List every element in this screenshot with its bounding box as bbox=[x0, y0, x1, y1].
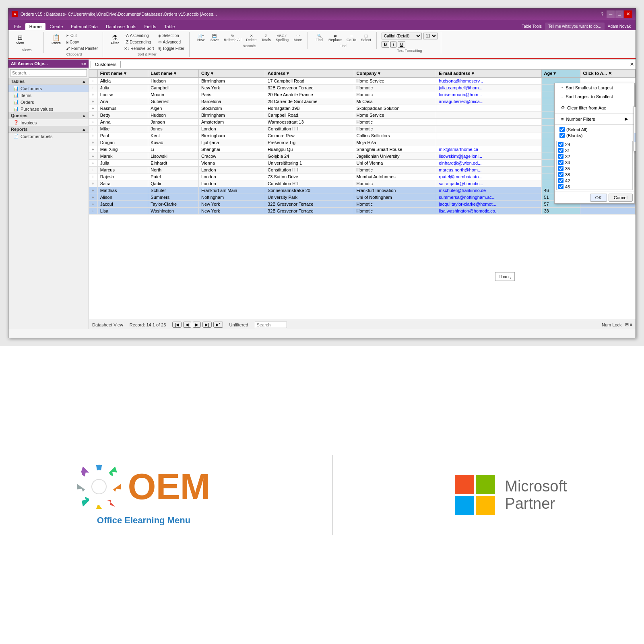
expand-cell[interactable]: + bbox=[89, 105, 98, 112]
age-value-checkbox-item[interactable]: 32 bbox=[557, 153, 632, 159]
expand-cell[interactable]: + bbox=[89, 180, 98, 187]
help-button[interactable]: ? bbox=[601, 12, 603, 17]
expand-cell[interactable]: + bbox=[89, 201, 98, 208]
delete-button[interactable]: ✕ Delete bbox=[244, 33, 259, 43]
new-record-btn[interactable]: ▶* bbox=[213, 322, 223, 328]
table-container[interactable]: First name ▾ Last name ▾ City ▾ Address … bbox=[89, 69, 636, 320]
italic-button[interactable]: I bbox=[390, 41, 396, 48]
refresh-all-button[interactable]: ↻ Refresh All bbox=[222, 33, 244, 43]
prev-record-btn[interactable]: ◀ bbox=[183, 322, 191, 328]
age-value-checkbox-item[interactable]: 35 bbox=[557, 165, 632, 171]
header-first-name[interactable]: First name ▾ bbox=[97, 70, 148, 78]
nav-section-queries[interactable]: Queries ▲ bbox=[8, 112, 89, 119]
sort-largest-item[interactable]: ↓ Sort Largest to Smallest bbox=[555, 92, 634, 101]
greater-than-item[interactable]: Greater Than... bbox=[634, 133, 636, 142]
expand-cell[interactable]: + bbox=[89, 78, 98, 85]
expand-cell[interactable]: + bbox=[89, 126, 98, 132]
filter-button[interactable]: ⚗ Filter bbox=[108, 33, 122, 52]
tab-file[interactable]: File bbox=[10, 23, 25, 30]
bold-button[interactable]: B bbox=[382, 41, 389, 48]
expand-cell[interactable]: + bbox=[89, 160, 98, 167]
header-last-name[interactable]: Last name ▾ bbox=[148, 70, 199, 78]
new-button[interactable]: 📄+ New bbox=[194, 33, 207, 43]
header-city[interactable]: City ▾ bbox=[198, 70, 265, 78]
font-family-select[interactable]: Calibri (Detail) bbox=[382, 33, 422, 39]
paste-button[interactable]: 📋 Paste bbox=[49, 33, 64, 52]
remove-sort-button[interactable]: ✕↕ Remove Sort bbox=[122, 45, 155, 52]
expand-cell[interactable]: + bbox=[89, 167, 98, 173]
nav-item-purchase-values[interactable]: 📊 Purchase values bbox=[8, 105, 89, 112]
advanced-button[interactable]: ⚙ Advanced bbox=[157, 39, 186, 45]
expand-cell[interactable]: + bbox=[89, 153, 98, 160]
nav-item-items[interactable]: 📊 Items bbox=[8, 92, 89, 99]
nav-item-customers[interactable]: 📊 Customers bbox=[8, 85, 89, 92]
ascending-button[interactable]: ↑A Ascending bbox=[122, 33, 155, 39]
close-button[interactable]: ✕ bbox=[624, 10, 632, 18]
cut-button[interactable]: ✂ Cut bbox=[64, 33, 99, 39]
nav-expand-icon[interactable]: «» bbox=[81, 61, 86, 66]
next-record-btn[interactable]: ▶ bbox=[193, 322, 201, 328]
expand-cell[interactable]: + bbox=[89, 173, 98, 180]
go-to-button[interactable]: → Go To bbox=[345, 33, 358, 43]
header-address[interactable]: Address ▾ bbox=[265, 70, 354, 78]
descending-button[interactable]: ↓Z Descending bbox=[122, 39, 155, 45]
spelling-button[interactable]: ABC✓ Spelling bbox=[274, 33, 291, 43]
tab-home[interactable]: Home bbox=[25, 23, 46, 30]
totals-button[interactable]: Σ Totals bbox=[260, 33, 273, 43]
more-button[interactable]: ⋯ More bbox=[291, 33, 304, 43]
copy-button[interactable]: ⎘ Copy bbox=[64, 39, 99, 45]
search-input[interactable] bbox=[255, 322, 287, 328]
toggle-filter-button[interactable]: ⧎ Toggle Filter bbox=[157, 45, 186, 52]
expand-cell[interactable]: + bbox=[89, 119, 98, 126]
cancel-button[interactable]: Cancel bbox=[609, 194, 633, 202]
age-value-checkbox-item[interactable]: 45 bbox=[557, 184, 632, 190]
replace-button[interactable]: ⇄ Replace bbox=[326, 33, 344, 43]
save-button[interactable]: 💾 Save bbox=[208, 33, 221, 43]
nav-item-invoices[interactable]: ❓ Invoices bbox=[8, 119, 89, 126]
expand-cell[interactable]: + bbox=[89, 194, 98, 201]
select-button[interactable]: ⬚ Select bbox=[359, 33, 373, 43]
age-value-checkbox-item[interactable]: 31 bbox=[557, 147, 632, 153]
blanks-checkbox[interactable]: (Blanks) bbox=[558, 132, 631, 138]
customers-tab[interactable]: Customers bbox=[91, 61, 121, 68]
expand-cell[interactable]: + bbox=[89, 208, 98, 215]
expand-cell[interactable]: + bbox=[89, 187, 98, 194]
minimize-button[interactable]: ─ bbox=[607, 10, 615, 18]
expand-cell[interactable]: + bbox=[89, 139, 98, 146]
first-record-btn[interactable]: |◀ bbox=[172, 322, 182, 328]
nav-item-customer-labels[interactable]: 📄 Customer labels bbox=[8, 133, 89, 140]
selection-button[interactable]: ◈ Selection bbox=[157, 33, 186, 39]
age-value-checkbox-item[interactable]: 34 bbox=[557, 159, 632, 165]
tab-table[interactable]: Table bbox=[160, 23, 179, 30]
nav-item-orders[interactable]: 📊 Orders bbox=[8, 99, 89, 105]
header-email[interactable]: E-mail address ▾ bbox=[436, 70, 541, 78]
maximize-button[interactable]: □ bbox=[615, 10, 623, 18]
number-filters-item[interactable]: ≡ Number Filters ▶ Equals... Does Not Eq… bbox=[555, 114, 634, 124]
underline-button[interactable]: U bbox=[398, 41, 405, 48]
sort-smallest-item[interactable]: ↑ Sort Smallest to Largest bbox=[555, 83, 634, 92]
tell-me-input[interactable]: Tell me what you want to do... bbox=[545, 23, 605, 30]
header-company[interactable]: Company ▾ bbox=[354, 70, 436, 78]
between-item[interactable]: Between... bbox=[634, 142, 636, 151]
tab-external-data[interactable]: External Data bbox=[67, 23, 102, 30]
view-button[interactable]: ⊞ View bbox=[13, 33, 27, 47]
age-value-checkbox-item[interactable]: 29 bbox=[557, 141, 632, 147]
format-painter-button[interactable]: 🖌 Format Painter bbox=[64, 45, 99, 52]
age-value-checkbox-item[interactable]: 38 bbox=[557, 171, 632, 178]
tab-fields[interactable]: Fields bbox=[140, 23, 160, 30]
expand-cell[interactable]: + bbox=[89, 98, 98, 105]
expand-cell[interactable]: + bbox=[89, 112, 98, 119]
less-than-item[interactable]: Less Than... bbox=[634, 124, 636, 133]
age-value-checkbox-item[interactable]: 42 bbox=[557, 178, 632, 184]
does-not-equal-item[interactable]: Does Not Equal... bbox=[634, 116, 636, 124]
font-size-select[interactable]: 11 bbox=[423, 33, 438, 39]
header-click-to-add[interactable]: Click to A... ✕ bbox=[580, 70, 636, 78]
equals-item[interactable]: Equals... bbox=[634, 107, 636, 116]
close-table-icon[interactable]: ✕ bbox=[630, 62, 634, 67]
nav-section-reports[interactable]: Reports ▲ bbox=[8, 126, 89, 133]
expand-cell[interactable]: + bbox=[89, 85, 98, 91]
clear-filter-item[interactable]: ⊘ Clear filter from Age bbox=[555, 103, 634, 112]
tab-database-tools[interactable]: Database Tools bbox=[102, 23, 140, 30]
select-all-checkbox[interactable]: (Select All) bbox=[558, 126, 631, 132]
expand-cell[interactable]: + bbox=[89, 91, 98, 98]
